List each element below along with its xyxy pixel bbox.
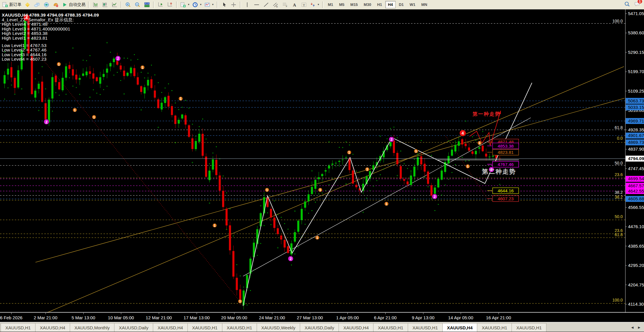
time-axis-label: 16 Apr 21:00 <box>486 315 511 320</box>
chart-tab-14[interactable]: XAUUSD,H1 <box>512 323 546 332</box>
line-chart-button[interactable] <box>110 1 119 9</box>
price-level-badge: 5033.15 <box>628 105 644 110</box>
timeframe-button-W1[interactable]: W1 <box>407 1 418 8</box>
crosshair-button[interactable] <box>229 1 238 9</box>
equidistant-channel-icon: E <box>273 2 279 8</box>
text-label-button[interactable]: T <box>299 1 309 9</box>
time-axis-label: 20 Mar 05:00 <box>221 315 247 320</box>
text-icon: A <box>292 2 297 8</box>
auto-scroll-button[interactable] <box>156 1 165 9</box>
time-axis-tick <box>347 313 348 314</box>
metaquotes-diamond-button[interactable] <box>23 1 32 9</box>
zoom-in-button[interactable] <box>123 1 133 9</box>
chart-area[interactable]: ++++++++++++++++++++++++++++++4871.48485… <box>0 9 644 312</box>
horizontal-levels-layer <box>0 23 625 303</box>
chart-tab-2[interactable]: XAUUSD,Monthly <box>70 323 114 332</box>
new-chart-icon <box>180 2 186 8</box>
svg-text:+: + <box>362 211 364 214</box>
tab-scroll-right-button[interactable]: ► <box>637 325 641 330</box>
cursor-button[interactable] <box>219 1 229 9</box>
svg-text:1: 1 <box>386 202 387 206</box>
time-axis-label: 17 Mar 13:00 <box>184 315 210 320</box>
time-axis-tick <box>272 313 272 314</box>
chart-tab-12[interactable]: XAUUSD,H4 <box>442 323 478 332</box>
time-axis[interactable]: 6 Feb 20262 Mar 21:005 Mar 13:0010 Mar 0… <box>0 312 644 322</box>
tab-scroll-left-button[interactable]: ◄ <box>630 325 634 330</box>
chart-tab-7[interactable]: XAUUSD,Weekly <box>257 323 300 332</box>
timeframe-button-M5[interactable]: M5 <box>336 1 347 8</box>
timeframe-button-M15[interactable]: M15 <box>348 1 360 8</box>
templates-chart-button[interactable]: ▼ <box>203 1 215 9</box>
chart-tab-13[interactable]: XAUUSD,H1 <box>477 323 512 332</box>
arrows-button[interactable]: ▼ <box>309 1 321 9</box>
time-axis-tick <box>121 313 121 314</box>
chart-tab-1[interactable]: XAUUSD,H4 <box>35 323 70 332</box>
indicator-level-line: Low Level4 = 4607.23 <box>2 57 99 62</box>
svg-text:+: + <box>260 204 262 207</box>
market-hat-button[interactable] <box>51 1 61 9</box>
timeframe-button-M1[interactable]: M1 <box>325 1 336 8</box>
candlestick-chart-button[interactable] <box>100 1 110 9</box>
signals-globe-button[interactable] <box>42 1 51 9</box>
signals-globe-icon <box>43 2 49 8</box>
bar-chart-button[interactable] <box>91 1 100 9</box>
vps-cloud-button[interactable] <box>32 1 42 9</box>
chat-button[interactable]: 1 <box>634 1 640 8</box>
time-axis-tick <box>423 313 423 314</box>
time-axis-label: 1 Apr 05:00 <box>336 315 359 320</box>
new-chart-button[interactable]: ▼ <box>179 1 191 9</box>
fib-level-label: 0.0 <box>617 136 623 141</box>
chart-tab-11[interactable]: XAUUSD,H1 <box>408 323 443 332</box>
equidistant-channel-button[interactable]: E <box>271 1 280 9</box>
toolbar-separator <box>153 1 154 8</box>
svg-text:+: + <box>174 141 176 144</box>
horizontal-line-button[interactable] <box>252 1 261 9</box>
timeframe-button-H1[interactable]: H1 <box>374 1 385 8</box>
zoom-out-button[interactable] <box>133 1 142 9</box>
chart-tab-0[interactable]: XAUUSD,H1 <box>1 323 35 332</box>
time-axis-tick <box>461 313 461 314</box>
fib-level-label: 38.2 <box>615 195 623 199</box>
chart-tab-3[interactable]: XAUUSD,Daily <box>114 323 153 332</box>
indicator-level-line: High Level1 = 4823.81 <box>2 36 99 41</box>
price-axis-tick: 5199.70 <box>628 69 644 74</box>
timeframe-button-D1[interactable]: D1 <box>396 1 407 8</box>
price-axis-tick: 4204.75 <box>628 282 644 287</box>
timeframe-button-M30[interactable]: M30 <box>361 1 374 8</box>
timeframe-button-H4[interactable]: H4 <box>385 1 396 8</box>
timeframe-button-MN[interactable]: MN <box>419 1 430 8</box>
svg-text:+: + <box>208 202 210 205</box>
chart-tab-10[interactable]: XAUUSD,H1 <box>373 323 408 332</box>
svg-text:1: 1 <box>366 168 368 171</box>
tile-windows-button[interactable] <box>142 1 152 9</box>
vertical-line-button[interactable] <box>242 1 252 9</box>
chart-tab-5[interactable]: XAUUSD,H1 <box>187 323 222 332</box>
fibonacci-button[interactable]: F <box>280 1 290 9</box>
svg-text:4: 4 <box>462 131 464 136</box>
text-button[interactable]: A <box>290 1 299 9</box>
svg-text:1: 1 <box>266 188 268 192</box>
svg-text:+: + <box>89 96 91 99</box>
chart-tab-6[interactable]: XAUUSD,H1 <box>222 323 257 332</box>
indicator-level-line: High Level3 = 4871.40000000001 <box>2 27 99 31</box>
auto-trading-button[interactable]: 自动交易 <box>61 1 87 9</box>
time-axis-label: 6 Feb 2026 <box>0 315 22 320</box>
chart-shift-button[interactable] <box>165 1 175 9</box>
new-order-button[interactable]: 新订单 <box>1 1 23 9</box>
svg-text:+: + <box>379 135 381 138</box>
chart-tab-9[interactable]: XAUUSD,H4 <box>339 323 373 332</box>
chart-tab-8[interactable]: XAUUSD,Daily <box>300 323 339 332</box>
svg-text:A: A <box>293 2 296 7</box>
svg-text:+: + <box>157 126 159 129</box>
chart-info-overlay: XAUUSD,H4 4789.39 4794.09 4788.35 4794.0… <box>2 13 99 62</box>
periods-clock-button[interactable]: ▼ <box>191 1 203 9</box>
chart-tab-4[interactable]: XAUUSD,H4 <box>153 323 188 332</box>
vps-cloud-icon <box>34 2 40 8</box>
svg-text:1: 1 <box>58 63 60 66</box>
search-button[interactable] <box>624 1 630 8</box>
price-axis-tick: 4928.35 <box>628 127 644 132</box>
time-axis-label: 12 Mar 21:00 <box>146 315 172 320</box>
svg-text:+: + <box>397 174 398 177</box>
trend-line-button[interactable] <box>261 1 271 9</box>
chevron-down-icon: ▼ <box>212 3 214 6</box>
